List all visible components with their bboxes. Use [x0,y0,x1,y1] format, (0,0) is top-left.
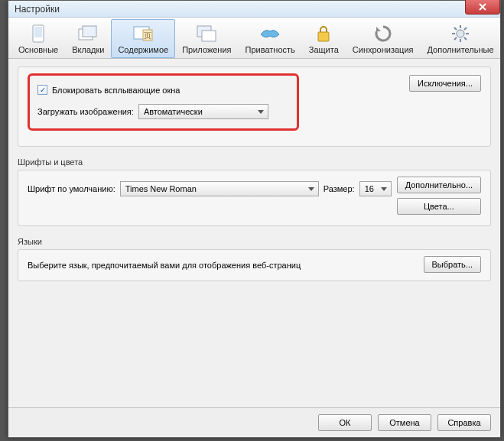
tab-security[interactable]: Защита [302,19,346,58]
tab-label: Дополнительные [427,45,493,54]
svg-rect-9 [318,32,329,41]
block-popups-label: Блокировать всплывающие окна [52,86,180,95]
fonts-advanced-button[interactable]: Дополнительно... [397,177,481,193]
tab-label: Вкладки [72,45,104,54]
lock-icon [313,24,334,44]
tab-label: Синхронизация [353,45,414,54]
tab-tabs[interactable]: Вкладки [65,19,111,58]
svg-rect-8 [202,31,216,41]
tab-label: Приложения [182,45,231,54]
titlebar: Настройки [8,1,500,18]
cancel-button[interactable]: Отмена [378,414,431,431]
load-images-label: Загружать изображения: [37,107,134,116]
size-label: Размер: [324,184,355,193]
applications-icon [196,24,217,44]
privacy-icon [259,24,281,44]
popup-group: Исключения... ✓ Блокировать всплывающие … [18,66,491,147]
svg-line-17 [454,37,457,40]
tab-label: Содержимое [118,45,168,54]
tab-advanced[interactable]: Дополнительные [420,19,500,58]
font-value: Times New Roman [125,184,197,193]
svg-line-16 [464,37,467,40]
window-title: Настройки [15,4,60,15]
choose-language-button[interactable]: Выбрать... [424,256,481,273]
load-images-row: Загружать изображения: Автоматически [37,104,289,119]
tab-label: Приватность [245,45,295,54]
font-select[interactable]: Times New Roman [120,181,319,196]
content-icon: 页 [132,24,154,44]
exceptions-button[interactable]: Исключения... [409,75,481,92]
font-size-select[interactable]: 16 [359,181,392,196]
ok-button[interactable]: ОК [318,414,372,431]
sync-icon [372,24,394,44]
svg-rect-1 [34,27,42,37]
general-icon [28,24,49,44]
fonts-section: Шрифты и цвета Дополнительно... Цвета...… [18,157,491,226]
tab-general[interactable]: Основные [11,19,65,58]
svg-line-15 [454,28,457,30]
colors-button[interactable]: Цвета... [397,198,481,215]
tabs-icon [77,24,99,44]
languages-section: Языки Выбрать... Выберите язык, предпочи… [18,237,491,281]
tab-sync[interactable]: Синхронизация [346,19,421,58]
load-images-value: Автоматически [144,107,203,116]
svg-rect-3 [83,26,96,37]
languages-description: Выберите язык, предпочитаемый вами для о… [28,261,301,270]
load-images-select[interactable]: Автоматически [138,104,268,119]
default-font-label: Шрифт по умолчанию: [28,184,115,193]
highlight-box: ✓ Блокировать всплывающие окна Загружать… [28,73,299,131]
fonts-title: Шрифты и цвета [18,157,491,167]
svg-text:页: 页 [144,31,151,40]
tab-content[interactable]: 页 Содержимое [111,19,175,58]
tab-applications[interactable]: Приложения [175,19,238,58]
font-size-value: 16 [365,184,374,193]
tab-label: Защита [309,45,339,54]
settings-window: Настройки Основные Вкладки 页 Содержимое [8,0,501,438]
svg-point-10 [457,30,464,37]
tab-label: Основные [18,45,58,54]
help-button[interactable]: Справка [437,414,491,431]
close-button[interactable] [465,0,500,15]
languages-desc-row: Выберите язык, предпочитаемый вами для о… [28,261,481,270]
toolbar: Основные Вкладки 页 Содержимое Приложения… [8,18,500,59]
block-popups-checkbox[interactable]: ✓ [37,85,47,95]
content-panel: Исключения... ✓ Блокировать всплывающие … [8,59,500,407]
block-popups-row: ✓ Блокировать всплывающие окна [37,85,289,95]
tab-privacy[interactable]: Приватность [239,19,302,58]
close-icon [479,3,486,11]
svg-line-18 [464,28,467,30]
languages-title: Языки [18,237,491,246]
gear-icon [450,24,471,44]
footer: ОК Отмена Справка [8,407,500,437]
